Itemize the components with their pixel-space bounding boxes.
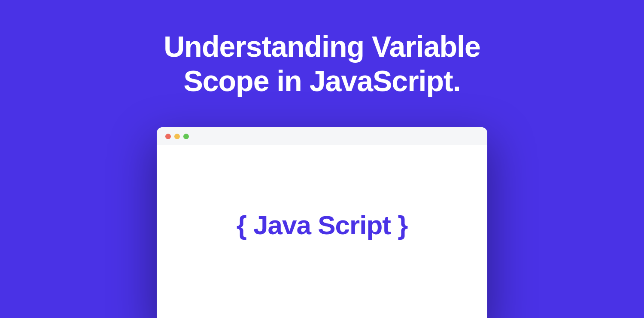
hero-label: Java Script xyxy=(253,210,391,240)
minimize-icon[interactable] xyxy=(174,134,180,139)
window-titlebar xyxy=(157,127,487,145)
brace-open-icon: { xyxy=(237,210,246,240)
expand-icon[interactable] xyxy=(183,134,189,139)
page-title: Understanding Variable Scope in JavaScri… xyxy=(125,0,519,98)
window-body: { Java Script } xyxy=(157,145,487,318)
browser-window: { Java Script } xyxy=(157,127,487,318)
close-icon[interactable] xyxy=(165,134,171,139)
hero-text: { Java Script } xyxy=(237,210,408,240)
brace-close-icon: } xyxy=(398,210,407,240)
